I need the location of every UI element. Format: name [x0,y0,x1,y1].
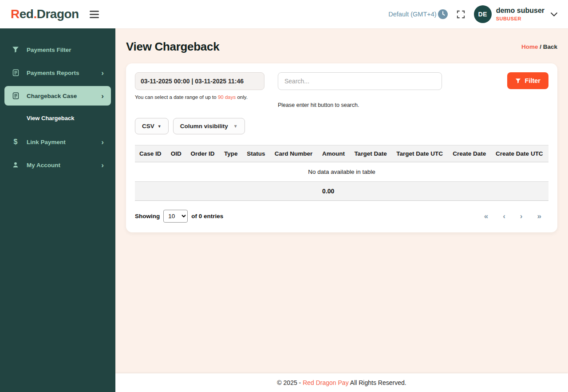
date-range-limit: 90 days [218,94,236,100]
sidebar-item-payments-filter[interactable]: Payments Filter [4,40,111,59]
entries-label: of 0 entries [191,213,223,220]
date-range-input[interactable] [135,72,264,90]
sidebar-item-label: Chargeback Case [27,93,77,99]
fullscreen-icon[interactable] [457,10,465,19]
column-header-create-date-utc[interactable]: Create Date UTC [491,145,548,162]
sidebar-subitem-label: View Chargeback [27,115,74,122]
column-visibility-label: Column visibility [180,123,228,129]
timezone-selector[interactable]: Default (GMT+4) [388,9,447,19]
previous-page-button[interactable]: ‹ [503,212,505,220]
column-header-target-date-utc[interactable]: Target Date UTC [392,145,448,162]
timezone-label: Default (GMT+4) [388,11,436,18]
sidebar-item-link-payment[interactable]: $ Link Payment › [4,132,111,152]
topbar-right: Default (GMT+4) DE demo subuser SUBUSER [388,5,557,23]
logo-part-r: R [11,7,20,21]
footer-suffix: All Rights Reserved. [349,379,406,386]
chargeback-card: You can select a date range of up to 90 … [126,63,557,232]
page-size-select[interactable]: 10 [163,210,188,223]
csv-export-button[interactable]: CSV ▼ [135,118,169,134]
clock-icon [438,9,448,19]
chargeback-table-wrap: Case ID OID Order ID Type Status Card Nu… [135,145,548,201]
menu-toggle-icon[interactable] [88,9,101,20]
user-menu[interactable]: demo subuser SUBUSER [496,7,544,22]
breadcrumb-current[interactable]: Back [543,43,557,50]
report-file-icon [12,69,20,76]
footer-brand-link[interactable]: Red Dragon Pay [303,379,349,386]
next-page-button[interactable]: › [520,212,523,220]
chargeback-file-icon [12,92,20,99]
app-logo[interactable]: Red.Dragon [11,7,79,21]
column-header-case-id[interactable]: Case ID [135,145,166,162]
table-header-row: Case ID OID Order ID Type Status Card Nu… [135,145,548,162]
user-icon [12,161,20,169]
page-footer: © 2025 - Red Dragon Pay All Rights Reser… [115,373,568,392]
logo-part-ed: ed [20,7,34,21]
sidebar: Payments Filter Payments Reports › Charg… [0,28,115,392]
pager: « ‹ › » [484,212,548,220]
sidebar-subitem-view-chargeback[interactable]: View Chargeback [4,109,111,127]
table-empty-row: No data available in table [135,162,548,182]
caret-down-icon: ▼ [158,124,162,129]
amount-total: 0.00 [318,182,350,201]
column-header-card-number[interactable]: Card Number [270,145,318,162]
search-hint: Please enter hit button to search. [278,102,442,108]
chevron-right-icon: › [101,138,104,146]
column-header-order-id[interactable]: Order ID [186,145,220,162]
sidebar-item-label: Payments Filter [27,47,71,53]
breadcrumb-home-link[interactable]: Home [521,43,538,50]
avatar-initials: DE [478,11,487,18]
sidebar-item-label: My Account [27,162,60,169]
sidebar-item-label: Payments Reports [27,70,79,76]
sidebar-item-payments-reports[interactable]: Payments Reports › [4,63,111,82]
showing-label: Showing [135,213,160,220]
table-total-row: 0.00 [135,182,548,201]
avatar[interactable]: DE [474,5,492,23]
pagination-bar: Showing 10 of 0 entries « ‹ › » [135,210,548,223]
dollar-icon: $ [12,138,20,146]
column-header-create-date[interactable]: Create Date [448,145,491,162]
chevron-right-icon: › [101,69,104,77]
breadcrumb-separator: / [538,43,543,50]
main-content: View Chargeback Home / Back You can sele… [115,28,568,373]
filter-button[interactable]: Filter [507,72,548,89]
column-header-target-date[interactable]: Target Date [350,145,392,162]
column-visibility-button[interactable]: Column visibility ▼ [173,118,245,134]
column-header-status[interactable]: Status [242,145,270,162]
sidebar-item-my-account[interactable]: My Account › [4,155,111,175]
page-title: View Chargeback [126,40,219,54]
column-header-oid[interactable]: OID [166,145,186,162]
funnel-icon [515,78,521,84]
breadcrumb: Home / Back [521,43,557,50]
funnel-icon [12,46,20,53]
caret-down-icon: ▼ [233,124,238,129]
chargeback-table: Case ID OID Order ID Type Status Card Nu… [135,145,548,201]
empty-table-message: No data available in table [135,162,548,182]
date-range-hint: You can select a date range of up to 90 … [135,94,264,100]
last-page-button[interactable]: » [537,212,541,220]
search-input[interactable] [278,72,442,90]
chevron-right-icon: › [101,92,104,100]
csv-button-label: CSV [142,123,154,129]
chevron-right-icon: › [101,161,104,169]
first-page-button[interactable]: « [484,212,488,220]
user-role-badge: SUBUSER [496,16,544,22]
top-bar: Red.Dragon Default (GMT+4) DE demo subus… [0,0,568,28]
chevron-down-icon[interactable] [551,12,557,16]
sidebar-item-chargeback-case[interactable]: Chargeback Case › [4,86,111,106]
logo-part-dragon: Dragon [37,7,79,21]
sidebar-item-label: Link Payment [27,139,66,145]
filter-button-label: Filter [525,77,540,84]
column-header-amount[interactable]: Amount [318,145,350,162]
column-header-type[interactable]: Type [220,145,242,162]
footer-prefix: © 2025 - [277,379,303,386]
logo-dot: . [33,7,36,21]
user-name: demo subuser [496,7,544,15]
